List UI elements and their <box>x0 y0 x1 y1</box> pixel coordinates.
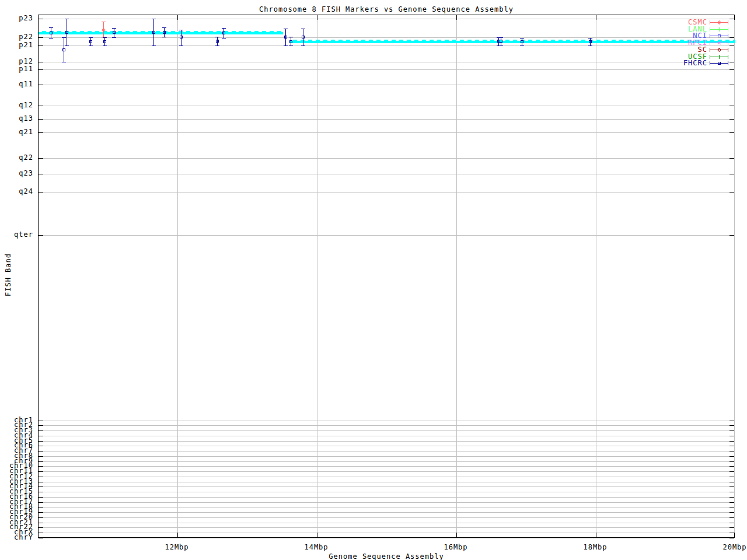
fhcrc-point-square-marker <box>65 31 68 34</box>
y-tick-label-q24: q24 <box>0 188 33 195</box>
y-tick-left-p21 <box>39 46 43 46</box>
x-tick-top-18Mbp <box>596 15 596 20</box>
x-tick-label-20Mbp: 20Mbp <box>722 543 746 551</box>
x-tick-bottom-18Mbp <box>596 533 596 537</box>
y-tick-left-chr13 <box>39 482 43 482</box>
gridline-y-chr18 <box>39 507 734 508</box>
fhcrc-point-square-marker <box>103 40 106 43</box>
legend-sample-cap-right-CSMC <box>728 20 728 24</box>
x-tick-top-14Mbp <box>317 15 317 20</box>
fhcrc-errorcap-top <box>499 37 503 38</box>
legend-sample-cap-left-SC <box>710 48 710 52</box>
assembly-span-p22 <box>39 31 283 34</box>
gridline-y-chr17 <box>39 502 734 503</box>
fhcrc-errorcap-top <box>222 28 226 29</box>
y-tick-label-p21: p21 <box>0 42 33 48</box>
y-tick-label-q11: q11 <box>0 81 33 88</box>
fhcrc-errorcap-bottom <box>65 46 69 46</box>
y-tick-left-q23 <box>39 174 43 174</box>
fhcrc-errorcap-top <box>284 29 288 29</box>
gridline-y-p11 <box>39 69 734 70</box>
x-tick-label-16Mbp: 16Mbp <box>444 543 467 551</box>
csmc-errorcap-bottom <box>102 37 106 37</box>
x-tick-bottom-12Mbp <box>177 533 178 537</box>
legend-label-FHCRC: FHCRC <box>614 60 707 66</box>
y-tick-left-q21 <box>39 132 43 133</box>
fhcrc-errorcap-top <box>289 37 293 37</box>
y-tick-left-chr19 <box>39 512 43 513</box>
fhcrc-errorcap-bottom <box>284 46 288 46</box>
legend-sample-cap-right-LANL <box>728 27 728 32</box>
y-tick-right-chr13 <box>729 482 734 482</box>
y-tick-left-chr16 <box>39 497 43 498</box>
gridline-y-chr13 <box>39 482 734 482</box>
y-tick-label-p22: p22 <box>0 34 33 40</box>
legend-sample-line-FHCRC <box>710 63 728 64</box>
y-tick-left-chr5 <box>39 441 43 442</box>
x-tick-bottom-14Mbp <box>317 533 317 537</box>
x-axis-title: Genome Sequence Assembly <box>329 552 444 560</box>
y-tick-label-p23: p23 <box>0 15 33 22</box>
legend-sample-line-CSMC <box>710 22 728 23</box>
gridline-y-chrY <box>39 538 734 538</box>
y-tick-label-p12: p12 <box>0 58 33 65</box>
y-tick-right-chr20 <box>729 517 734 518</box>
gridline-y-q22 <box>39 158 734 159</box>
y-axis-title: FISH Band <box>4 246 12 304</box>
fhcrc-point-square-marker <box>180 36 183 38</box>
y-tick-right-q21 <box>729 132 734 133</box>
fhcrc-point-square-marker <box>289 40 292 43</box>
gridline-y-chrX <box>39 533 734 533</box>
legend-sample-cap-left-FHCRC <box>710 61 710 65</box>
legend-sample-cap-right-FHCRC <box>728 61 728 65</box>
x-tick-label-18Mbp: 18Mbp <box>583 543 607 551</box>
y-tick-right-q23 <box>729 174 734 174</box>
y-tick-right-q24 <box>729 192 734 192</box>
x-tick-label-14Mbp: 14Mbp <box>304 543 328 551</box>
fhcrc-point-square-marker <box>284 36 287 38</box>
y-tick-right-q11 <box>729 85 734 85</box>
fhcrc-errorcap-top <box>215 37 219 37</box>
y-tick-left-chr14 <box>39 487 43 487</box>
legend-label-SC: SC <box>614 46 707 53</box>
y-tick-left-chr4 <box>39 436 43 436</box>
y-tick-right-p22 <box>729 37 734 38</box>
gridline-y-chr2 <box>39 425 734 426</box>
y-tick-left-chrY <box>39 538 43 538</box>
y-tick-left-q12 <box>39 106 43 106</box>
y-tick-left-chr11 <box>39 471 43 472</box>
y-tick-left-chr21 <box>39 523 43 523</box>
fhcrc-errorcap-top <box>301 29 305 29</box>
fhcrc-point-square-marker <box>302 36 305 38</box>
fhcrc-errorcap-top <box>152 19 156 19</box>
fhcrc-errorcap-top <box>588 38 592 38</box>
fhcrc-errorcap-bottom <box>301 46 305 46</box>
y-tick-right-chr14 <box>729 487 734 487</box>
legend-sample-line-LANL <box>710 29 728 30</box>
legend-sample-cap-right-RPCI <box>728 41 728 45</box>
y-tick-left-q22 <box>39 158 43 159</box>
y-tick-right-chr12 <box>729 477 734 477</box>
y-tick-right-chr10 <box>729 466 734 467</box>
y-tick-left-chr6 <box>39 446 43 446</box>
gridline-x-20Mbp <box>734 15 735 537</box>
y-tick-left-chr12 <box>39 477 43 477</box>
y-tick-right-q22 <box>729 158 734 159</box>
y-tick-label-q22: q22 <box>0 155 33 161</box>
fhcrc-point-square-marker <box>50 32 53 34</box>
y-tick-left-chr1 <box>39 421 43 421</box>
fhcrc-errorcap-bottom <box>49 38 53 38</box>
fhcrc-errorcap-top <box>162 27 166 28</box>
fhcrc-errorcap-top <box>89 37 93 38</box>
gridline-y-chr21 <box>39 523 734 523</box>
gridline-y-chr8 <box>39 456 734 457</box>
y-tick-left-q13 <box>39 119 43 120</box>
gridline-y-chr12 <box>39 477 734 477</box>
y-tick-right-chr4 <box>729 436 734 436</box>
y-tick-label-chrY: chrY <box>0 534 33 541</box>
fhcrc-point-square-marker <box>589 40 592 43</box>
y-tick-left-chr7 <box>39 451 43 452</box>
legend-sample-cap-left-CSMC <box>710 20 710 24</box>
gridline-y-q12 <box>39 106 734 106</box>
gridline-y-chr4 <box>39 436 734 436</box>
